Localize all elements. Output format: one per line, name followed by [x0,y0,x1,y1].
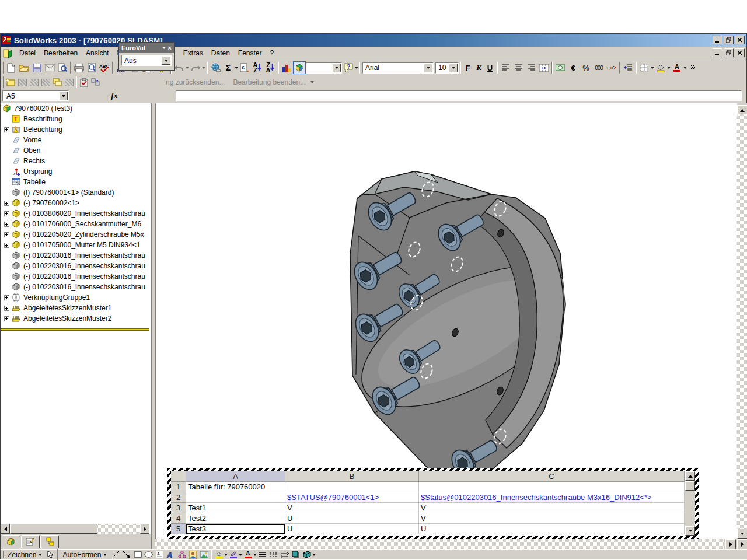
new-icon[interactable] [5,61,18,74]
child-minimize-button[interactable] [713,48,722,57]
tree-item[interactable]: Beleuchtung [1,124,152,135]
tree-item[interactable]: (-) 0101705000_Mutter M5 DIN934<1 [1,240,152,250]
tree-item[interactable]: (-) 790760002<1> [1,198,152,208]
redo-icon[interactable] [189,61,202,74]
table-cell[interactable]: $Status@0102203016_Innensechskantschraub… [419,492,685,503]
font-name-combobox[interactable]: Arial [362,62,434,74]
solidworks-model-toggle-icon[interactable] [293,61,306,74]
tree-item[interactable]: (f) 790760001<1> (Standard) [1,187,152,198]
table-scroll-down-icon[interactable] [685,526,695,536]
chart-wizard-icon[interactable] [280,61,293,74]
font-color-icon[interactable]: A [671,61,683,74]
indent-icon[interactable] [622,61,634,74]
align-center-icon[interactable] [512,61,525,74]
column-header-b[interactable]: B [285,471,419,482]
arrow-style-icon[interactable] [279,550,290,559]
drawbar-options-icon[interactable] [312,554,316,556]
menu-extras[interactable]: Extras [179,47,207,59]
sort-descending-icon[interactable]: ZA [264,61,277,74]
open-icon[interactable] [18,61,30,74]
table-scroll-thumb[interactable] [685,481,695,491]
line-tool-icon[interactable] [110,550,121,559]
euro-style-icon[interactable]: € [567,61,580,74]
table-cell[interactable]: U [419,524,685,534]
select-pointer-icon[interactable] [45,550,56,559]
disabled-tool-icon[interactable] [16,76,28,88]
expand-icon[interactable] [4,243,9,248]
spelling-icon[interactable]: ABC [98,61,111,74]
disabled-tool-icon[interactable] [28,76,40,88]
scroll-thumb[interactable] [10,524,97,534]
tab-featuremanager[interactable] [2,535,20,548]
arrow-tool-icon[interactable] [121,550,132,559]
currency-icon[interactable] [554,61,567,74]
undo-icon[interactable] [173,61,186,74]
tree-item[interactable]: Beschriftung [1,114,152,124]
revision-dropdown-icon[interactable] [310,81,314,83]
tree-item[interactable]: Vorne [1,135,152,145]
tree-item[interactable]: (-) 0102203016_Innensechskantschrau [1,271,152,282]
tree-item[interactable]: (-) 0103806020_Innensechskantschrau [1,208,152,219]
textbox-tool-icon[interactable]: A [154,550,165,559]
tree-item[interactable]: VerknüpfungGruppe1 [1,292,152,303]
underline-button[interactable]: U [484,64,495,72]
row-header[interactable]: 4 [171,513,186,524]
table-scroll-up-icon[interactable] [685,471,695,481]
help-dropdown-icon[interactable] [355,66,358,69]
toolbar-options-icon[interactable] [687,61,700,74]
tab-configurationmanager[interactable] [40,535,59,548]
child-close-button[interactable] [735,48,745,57]
menu-daten[interactable]: Daten [207,47,234,59]
table-cell[interactable]: U [285,524,419,534]
euroval-combobox[interactable]: Aus [121,55,172,66]
table-cell[interactable]: V [285,503,419,513]
3d-style-icon[interactable] [301,550,312,559]
euroval-close-icon[interactable]: × [168,44,172,51]
expand-icon[interactable] [4,201,9,206]
zeichnen-menu-button[interactable]: Zeichnen [5,550,45,559]
align-right-icon[interactable] [525,61,537,74]
table-cell[interactable]: V [419,503,685,513]
tree-root-item[interactable]: 790760020 (Test3) [1,103,152,114]
align-left-icon[interactable] [499,61,512,74]
tree-item[interactable]: Tabelle [1,177,152,187]
scroll-right-icon[interactable] [140,524,149,534]
wordart-icon[interactable]: A [165,550,176,559]
toolbar-grip[interactable] [2,76,4,88]
print-icon[interactable] [72,61,85,74]
row-header[interactable]: 2 [171,492,186,503]
column-header-a[interactable]: A [186,471,285,482]
table-cell[interactable] [285,482,419,492]
table-cell[interactable]: U [285,513,419,524]
tree-item[interactable]: (-) 0102203016_Innensechskantschrau [1,282,152,292]
menu-ansicht[interactable]: Ansicht [82,47,113,59]
autosum-icon[interactable]: Σ [222,61,235,74]
row-header[interactable]: 1 [171,482,186,492]
table-cell[interactable]: Test2 [186,513,285,524]
tree-item[interactable]: AbgeleitetesSkizzenMuster2 [1,313,152,324]
name-box[interactable]: A5 [2,90,69,102]
fill-color-icon[interactable] [654,61,667,74]
design-table[interactable]: A B C 1Tabelle für: 7907600202$STATUS@79… [167,468,699,539]
menu-fenster[interactable]: Fenster [234,47,266,59]
table-cell[interactable] [186,492,285,503]
table-cell[interactable] [419,482,685,492]
tree-item[interactable]: AbgeleitetesSkizzenMuster1 [1,303,152,313]
row-header[interactable]: 5 [171,524,186,534]
expand-icon[interactable] [4,232,9,237]
tree-item[interactable]: (-) 0102203016_Innensechskantschrau [1,250,152,261]
sort-ascending-icon[interactable]: AZ [251,61,264,74]
search-icon[interactable] [56,61,69,74]
revision-send-button[interactable]: ng zurücksenden... [166,78,225,86]
fill-color-icon[interactable] [213,550,224,559]
expand-icon[interactable] [4,222,9,227]
disabled-tool-icon[interactable] [40,76,51,88]
tree-item[interactable]: (-) 0102203016_Innensechskantschrau [1,261,152,271]
expand-icon[interactable] [4,211,9,216]
hyperlink-icon[interactable] [209,61,222,74]
menu-hilfe[interactable]: ? [266,47,278,59]
decimal-icon[interactable]: +,0 [605,61,618,74]
expand-icon[interactable] [4,316,9,321]
font-color-icon[interactable]: A [242,550,253,559]
tree-item[interactable]: (-) 0101706000_Sechskantmutter_M6 [1,219,152,229]
